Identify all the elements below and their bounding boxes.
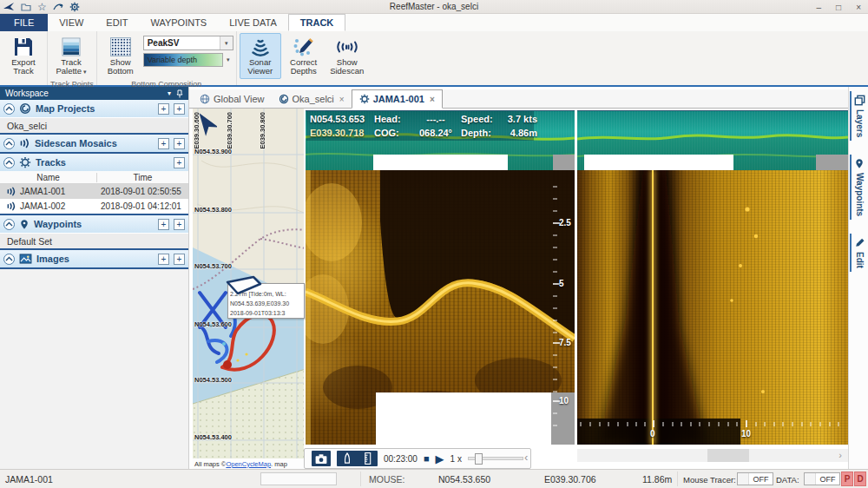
section-header-images[interactable]: Images xyxy=(0,250,188,267)
export-track-button[interactable]: Export Track xyxy=(3,33,44,79)
tab-waypoints-side[interactable]: Waypoints xyxy=(850,155,867,220)
track-row-jama1-002[interactable]: JAMA1-002 2018-09-01 04:12:01 xyxy=(0,199,188,214)
scroll-right-icon[interactable]: › xyxy=(838,449,842,462)
status-bar: JAMA1-001 MOUSE: N054.53.650 E039.30.706… xyxy=(0,469,868,488)
restore-button[interactable]: □ xyxy=(836,3,841,12)
sidescan-panel[interactable]: 0 10 xyxy=(577,170,848,445)
combo-dropdown-icon[interactable]: ▾ xyxy=(220,36,233,49)
open-folder-icon[interactable] xyxy=(21,3,31,11)
collapse-icon[interactable] xyxy=(3,254,15,265)
expand-button[interactable] xyxy=(158,219,169,230)
map-panel[interactable]: N054.53.900 N054.53.800 N054.53.700 N054… xyxy=(193,109,306,458)
tracks-gear-icon xyxy=(19,156,31,168)
expand-button[interactable] xyxy=(158,138,169,149)
tab-live-data[interactable]: LIVE DATA xyxy=(218,14,288,31)
show-bottom-button[interactable]: Show Bottom xyxy=(100,33,141,79)
p-indicator-button[interactable]: P xyxy=(841,472,853,486)
doc-tab-global-view[interactable]: Global View xyxy=(193,90,272,108)
boat-marker-icon[interactable] xyxy=(222,275,262,296)
snapshot-button[interactable] xyxy=(312,451,331,466)
slider-thumb[interactable] xyxy=(475,453,483,465)
add-button[interactable] xyxy=(174,103,185,115)
collapse-icon[interactable] xyxy=(3,138,15,149)
hscrollbar-thumb[interactable] xyxy=(707,449,749,462)
ribbon-group-bottom-composition: Show Bottom PeakSV ▾ Variable depth ▾ Bo… xyxy=(97,31,237,85)
section-header-tracks[interactable]: Tracks xyxy=(0,154,188,171)
palette-dropdown-icon[interactable]: ▾ xyxy=(223,56,233,63)
waypoint-set-item[interactable]: Default Set xyxy=(0,233,188,248)
depth-palette-gradient[interactable]: Variable depth xyxy=(143,53,223,67)
send-icon[interactable] xyxy=(53,2,63,11)
settings-gear-icon[interactable] xyxy=(69,2,80,12)
column-header-name[interactable]: Name xyxy=(0,173,97,182)
data-toggle[interactable]: OFF xyxy=(804,472,840,485)
track-row-jama1-001[interactable]: JAMA1-001 2018-09-01 02:50:55 xyxy=(0,184,188,199)
sonar-2d-panel[interactable]: 2.5 5 7.5 10 xyxy=(306,170,575,445)
track-palette-button[interactable]: Track Palette▾ xyxy=(50,33,92,79)
favorites-star-icon[interactable]: ☆ xyxy=(37,3,47,11)
map-project-item[interactable]: Oka_selci xyxy=(0,117,188,133)
stop-button[interactable]: ■ xyxy=(424,454,430,464)
play-button[interactable]: ▶ xyxy=(436,453,444,465)
pin-icon[interactable] xyxy=(176,89,183,98)
pencil-icon xyxy=(854,237,865,248)
collapse-playbar-icon[interactable]: ‹ xyxy=(524,451,528,464)
workspace-menu-icon[interactable]: ▾ xyxy=(168,89,171,97)
add-button[interactable] xyxy=(174,219,185,230)
tab-file[interactable]: FILE xyxy=(0,14,48,31)
mouse-tracer-toggle[interactable]: OFF xyxy=(737,472,773,485)
collapse-icon[interactable] xyxy=(3,219,15,230)
window-title: ReefMaster - oka_selci xyxy=(0,2,868,11)
gear-icon xyxy=(359,94,370,104)
ribbon-group-track-points: Track Palette▾ Track Points xyxy=(48,31,97,85)
side-tool-tabs: Layers Waypoints Edit xyxy=(848,87,868,469)
section-tracks: Tracks Name Time JAMA1-001 2018-09-01 02… xyxy=(0,154,188,215)
tab-edit-side[interactable]: Edit xyxy=(850,234,867,272)
close-tab-icon[interactable]: × xyxy=(339,95,345,104)
tab-edit[interactable]: EDIT xyxy=(95,14,139,31)
tab-view[interactable]: VIEW xyxy=(48,14,95,31)
column-header-time[interactable]: Time xyxy=(97,173,188,182)
bottom-type-combo[interactable]: PeakSV ▾ xyxy=(143,36,233,50)
workspace-header[interactable]: Workspace ▾ xyxy=(0,87,188,100)
strip-scrollbar[interactable] xyxy=(816,155,848,170)
tab-waypoints[interactable]: WAYPOINTS xyxy=(139,14,218,31)
data-label: DATA: xyxy=(776,475,799,485)
show-sidescan-button[interactable]: Show Sidescan xyxy=(326,33,368,79)
speed-slider[interactable] xyxy=(468,457,523,460)
add-button[interactable] xyxy=(174,254,185,265)
workspace-title: Workspace xyxy=(5,89,49,98)
section-header-sidescan-mosaics[interactable]: Sidescan Mosaics xyxy=(0,135,188,152)
close-tab-icon[interactable]: × xyxy=(430,95,435,104)
opencyclemap-link[interactable]: OpenCycleMap xyxy=(226,460,271,468)
map-lon-label: E039.30.700 xyxy=(226,112,233,149)
bottom-type-value: PeakSV xyxy=(144,36,220,49)
close-button[interactable]: × xyxy=(856,3,861,12)
expand-button[interactable] xyxy=(158,103,169,115)
add-button[interactable] xyxy=(174,157,185,168)
section-header-waypoints[interactable]: Waypoints xyxy=(0,215,188,233)
depth-palette-combo[interactable]: Variable depth ▾ xyxy=(143,53,233,67)
view-mode-group xyxy=(337,451,378,466)
doc-tab-oka-selci[interactable]: Oka_selci × xyxy=(272,90,352,108)
sidescan-hscrollbar[interactable]: › xyxy=(577,449,848,462)
minimize-button[interactable]: – xyxy=(817,3,822,12)
sidescan-waves-icon xyxy=(334,36,360,58)
collapse-icon[interactable] xyxy=(3,157,15,168)
ribbon-group-export: Export Track xyxy=(0,31,48,85)
overlay-head-label: Head: xyxy=(374,114,411,124)
map-projects-icon xyxy=(19,102,31,115)
boat-view-button[interactable] xyxy=(338,451,357,466)
section-header-map-projects[interactable]: Map Projects xyxy=(0,100,188,117)
ruler-view-button[interactable] xyxy=(358,451,377,466)
collapse-icon[interactable] xyxy=(3,103,15,115)
tab-layers[interactable]: Layers xyxy=(850,91,867,141)
add-button[interactable] xyxy=(174,138,185,149)
tab-track[interactable]: TRACK xyxy=(288,14,346,31)
sonar-viewer-button[interactable]: Sonar Viewer xyxy=(240,33,281,79)
strip-scrollbar[interactable] xyxy=(553,155,575,170)
d-indicator-button[interactable]: D xyxy=(854,472,866,486)
correct-depths-button[interactable]: Correct Depths xyxy=(283,33,325,79)
expand-button[interactable] xyxy=(158,254,169,265)
doc-tab-jama1-001[interactable]: JAMA1-001 × xyxy=(352,89,443,109)
